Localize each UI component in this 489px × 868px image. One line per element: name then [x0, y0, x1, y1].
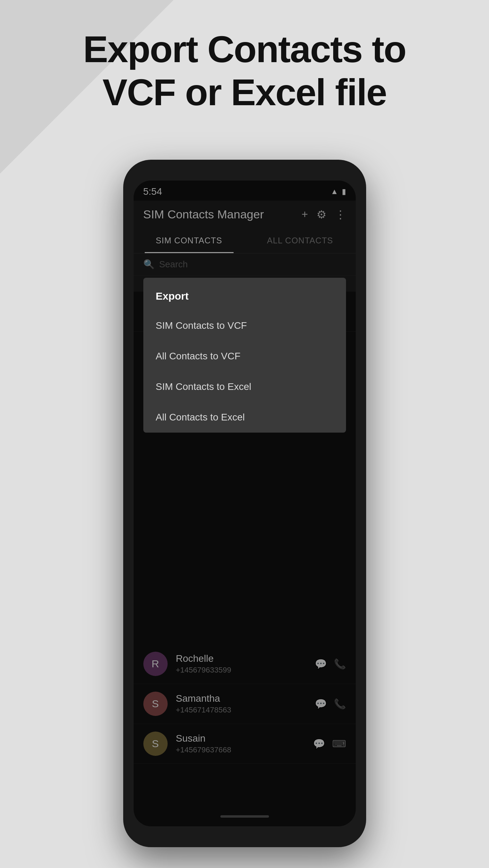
hero-text: Export Contacts to VCF or Excel file [28, 28, 461, 114]
phone-screen: 5:54 ▲ ▮ SIM Contacts Manager + ⚙ ⋮ [134, 181, 356, 826]
hero-line2: VCF or Excel file [102, 71, 386, 113]
export-menu: Export SIM Contacts to VCF All Contacts … [143, 278, 346, 433]
export-sim-excel[interactable]: SIM Contacts to Excel [143, 372, 346, 402]
hero-line1: Export Contacts to [83, 28, 406, 70]
export-menu-title: Export [143, 278, 346, 310]
export-sim-vcf[interactable]: SIM Contacts to VCF [143, 310, 346, 341]
phone-body: 5:54 ▲ ▮ SIM Contacts Manager + ⚙ ⋮ [123, 160, 366, 847]
screen-content: 5:54 ▲ ▮ SIM Contacts Manager + ⚙ ⋮ [134, 181, 356, 826]
export-all-excel[interactable]: All Contacts to Excel [143, 402, 346, 433]
export-all-vcf[interactable]: All Contacts to VCF [143, 341, 346, 372]
overlay [134, 181, 356, 826]
phone-wrapper: 5:54 ▲ ▮ SIM Contacts Manager + ⚙ ⋮ [123, 160, 366, 847]
